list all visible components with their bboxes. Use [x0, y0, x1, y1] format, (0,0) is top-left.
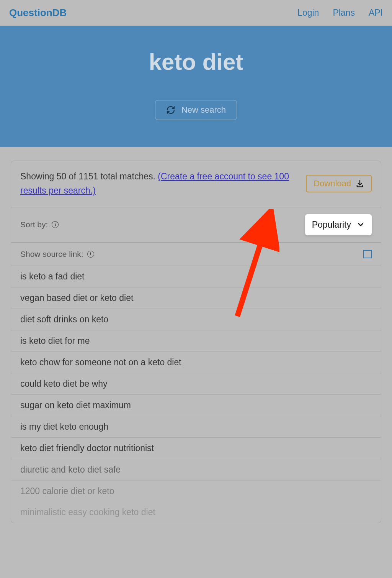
result-item[interactable]: could keto diet be why: [11, 373, 381, 395]
new-search-label: New search: [181, 105, 226, 115]
chevron-down-icon: [356, 220, 365, 229]
nav-plans[interactable]: Plans: [333, 8, 355, 18]
logo[interactable]: QuestionDB: [9, 7, 67, 19]
header: QuestionDB Login Plans API: [0, 0, 392, 26]
result-item[interactable]: keto diet friendly doctor nutritionist: [11, 438, 381, 459]
sort-selected: Popularity: [312, 220, 351, 230]
nav-api[interactable]: API: [369, 8, 383, 18]
content: Showing 50 of 1151 total matches. (Creat…: [0, 147, 392, 523]
summary-prefix: Showing 50 of 1151 total matches.: [20, 171, 158, 181]
sort-label-wrap: Sort by: i: [20, 220, 59, 229]
hero: keto diet New search: [0, 26, 392, 147]
sort-dropdown[interactable]: Popularity: [305, 214, 372, 235]
source-row: Show source link: i: [11, 242, 381, 266]
source-checkbox[interactable]: [363, 250, 372, 258]
result-item[interactable]: keto chow for someone not on a keto diet: [11, 352, 381, 373]
info-icon[interactable]: i: [52, 221, 59, 228]
info-icon[interactable]: i: [87, 251, 94, 258]
sort-row: Sort by: i Popularity: [11, 207, 381, 242]
refresh-icon: [166, 105, 175, 115]
source-label-wrap: Show source link: i: [20, 250, 94, 259]
sort-label: Sort by:: [20, 220, 48, 229]
result-item[interactable]: is keto diet for me: [11, 330, 381, 352]
result-item[interactable]: 1200 calorie diet or keto: [11, 481, 381, 502]
new-search-button[interactable]: New search: [155, 100, 237, 120]
download-icon: [356, 179, 364, 188]
result-item[interactable]: is my diet keto enough: [11, 416, 381, 438]
source-label: Show source link:: [20, 250, 83, 259]
download-label: Download: [314, 179, 351, 189]
download-button[interactable]: Download: [306, 175, 372, 192]
results-card: Showing 50 of 1151 total matches. (Creat…: [11, 161, 381, 523]
summary-row: Showing 50 of 1151 total matches. (Creat…: [11, 161, 381, 207]
result-item[interactable]: vegan based diet or keto diet: [11, 287, 381, 309]
search-term-title: keto diet: [0, 49, 392, 75]
result-item[interactable]: sugar on keto diet maximum: [11, 395, 381, 416]
nav-links: Login Plans API: [297, 8, 383, 18]
result-item[interactable]: minimalistic easy cooking keto diet: [11, 502, 381, 523]
summary-text: Showing 50 of 1151 total matches. (Creat…: [20, 169, 298, 198]
results-list: is keto a fad diet vegan based diet or k…: [11, 266, 381, 523]
result-item[interactable]: diet soft drinks on keto: [11, 309, 381, 330]
result-item[interactable]: is keto a fad diet: [11, 266, 381, 287]
result-item[interactable]: diuretic and keto diet safe: [11, 459, 381, 481]
nav-login[interactable]: Login: [297, 8, 319, 18]
